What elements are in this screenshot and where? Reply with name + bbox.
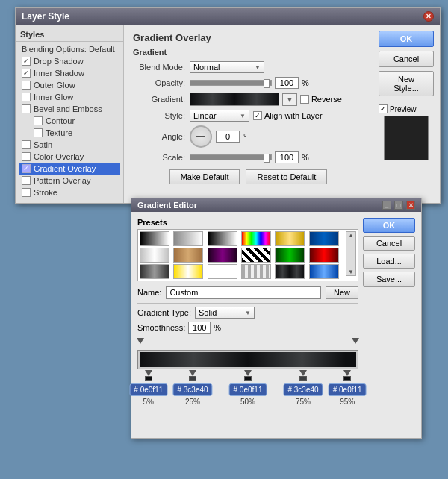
stroke-item[interactable]: Stroke — [19, 187, 120, 198]
outer-glow-item[interactable]: Outer Glow — [19, 79, 120, 91]
gradient-editor-ok-button[interactable]: OK — [363, 218, 415, 233]
style-label: Style: — [133, 111, 185, 120]
satin-checkbox[interactable] — [22, 140, 31, 149]
preset-item[interactable] — [173, 264, 203, 279]
preset-item[interactable] — [173, 248, 203, 263]
scale-slider[interactable] — [190, 154, 272, 160]
color-stop-5pct[interactable] — [145, 370, 152, 381]
opacity-stop-left[interactable] — [137, 338, 144, 344]
texture-checkbox[interactable] — [34, 128, 43, 137]
gradient-bar[interactable] — [140, 352, 356, 367]
cancel-button[interactable]: Cancel — [379, 51, 434, 67]
stroke-checkbox[interactable] — [22, 188, 31, 197]
scale-label: Scale: — [133, 153, 185, 162]
blending-options-item[interactable]: Blending Options: Default — [19, 43, 120, 55]
preset-item[interactable] — [173, 231, 203, 246]
dialog-title: Layer Style — [22, 11, 69, 22]
gradient-editor-cancel-button[interactable]: Cancel — [363, 236, 415, 251]
inner-shadow-label: Inner Shadow — [34, 69, 84, 78]
drop-shadow-checkbox[interactable]: ✓ — [22, 57, 31, 66]
preset-item[interactable] — [275, 231, 305, 246]
stop-pct-25pct: 25% — [172, 398, 212, 406]
preset-item[interactable] — [241, 264, 271, 279]
opacity-slider-container: 100 % — [190, 77, 309, 89]
color-overlay-item[interactable]: Color Overlay — [19, 151, 120, 163]
preset-item[interactable] — [241, 248, 271, 263]
scale-row: Scale: 100 % — [133, 151, 364, 163]
preset-item[interactable] — [241, 231, 271, 246]
opacity-slider[interactable] — [190, 80, 272, 86]
reverse-checkbox[interactable] — [300, 95, 309, 104]
color-stop-75pct[interactable] — [299, 370, 307, 381]
ok-button[interactable]: OK — [379, 31, 434, 47]
new-gradient-button[interactable]: New — [326, 286, 358, 299]
bevel-emboss-checkbox[interactable] — [22, 104, 31, 113]
inner-glow-checkbox[interactable] — [22, 93, 31, 101]
opacity-stop-left-arrow-icon — [137, 338, 144, 344]
preview-checkbox[interactable]: ✓ — [379, 104, 388, 113]
preset-item[interactable] — [208, 264, 237, 279]
blend-mode-value: Normal — [193, 63, 220, 72]
scroll-down-icon[interactable]: ▼ — [348, 269, 354, 275]
make-default-button[interactable]: Make Default — [169, 169, 240, 184]
preset-item[interactable] — [275, 248, 305, 263]
style-controls: Linear ▼ ✓ Align with Layer — [190, 110, 323, 122]
reverse-label: Reverse — [311, 95, 342, 104]
gradient-overlay-label: Gradient Overlay — [34, 164, 96, 173]
preset-item[interactable] — [208, 231, 237, 246]
drop-shadow-item[interactable]: ✓ Drop Shadow — [19, 55, 120, 67]
color-stop-95pct[interactable] — [343, 370, 351, 381]
reset-to-default-button[interactable]: Reset to Default — [246, 169, 327, 184]
minimize-icon[interactable]: _ — [382, 201, 391, 210]
preset-item[interactable] — [140, 231, 169, 246]
maximize-icon[interactable]: □ — [394, 201, 403, 210]
presets-scrollbar[interactable]: ▲ ▼ — [346, 231, 356, 276]
gradient-dropdown-icon[interactable]: ▼ — [282, 93, 297, 106]
preset-item[interactable] — [140, 264, 169, 279]
preset-item[interactable] — [140, 248, 169, 263]
contour-checkbox[interactable] — [34, 116, 43, 125]
close-button[interactable]: ✕ — [423, 11, 434, 22]
gradient-editor-title-icons: _ □ ✕ — [382, 201, 415, 210]
subsection-title: Gradient — [133, 48, 364, 57]
gradient-editor-close-icon[interactable]: ✕ — [406, 201, 415, 210]
preset-item[interactable] — [309, 248, 339, 263]
color-stop-25pct[interactable] — [189, 370, 196, 381]
pattern-overlay-item[interactable]: Pattern Overlay — [19, 175, 120, 187]
satin-item[interactable]: Satin — [19, 139, 120, 151]
pattern-overlay-checkbox[interactable] — [22, 176, 31, 185]
texture-item[interactable]: Texture — [19, 127, 120, 139]
preset-item[interactable] — [275, 264, 305, 279]
blend-mode-select[interactable]: Normal ▼ — [190, 61, 264, 73]
smoothness-input[interactable] — [188, 322, 211, 334]
color-stop-25pct-color — [189, 376, 196, 381]
opacity-stop-right[interactable] — [352, 338, 359, 344]
inner-glow-item[interactable]: Inner Glow — [19, 91, 120, 103]
style-select[interactable]: Linear ▼ — [190, 110, 249, 122]
opacity-value[interactable]: 100 — [275, 77, 299, 89]
color-overlay-checkbox[interactable] — [22, 152, 31, 161]
gradient-editor-save-button[interactable]: Save... — [363, 272, 415, 287]
angle-value[interactable]: 0 — [216, 131, 240, 143]
gradient-overlay-item[interactable]: ✓ Gradient Overlay — [19, 163, 120, 175]
outer-glow-checkbox[interactable] — [22, 81, 31, 90]
preset-item[interactable] — [309, 231, 339, 246]
new-style-button[interactable]: New Style... — [379, 71, 434, 96]
color-stop-50pct[interactable] — [244, 370, 252, 381]
scale-value[interactable]: 100 — [275, 151, 299, 163]
align-with-layer-checkbox[interactable]: ✓ — [253, 111, 262, 120]
name-input[interactable] — [166, 286, 321, 299]
inner-shadow-checkbox[interactable]: ✓ — [22, 69, 31, 78]
scroll-up-icon[interactable]: ▲ — [348, 232, 354, 239]
preview-area: ✓ Preview — [379, 104, 434, 160]
contour-item[interactable]: Contour — [19, 115, 120, 127]
preset-item[interactable] — [208, 248, 237, 263]
gradient-swatch[interactable] — [190, 93, 279, 106]
bevel-emboss-item[interactable]: Bevel and Emboss — [19, 103, 120, 115]
gradient-editor-load-button[interactable]: Load... — [363, 254, 415, 269]
gradient-type-select[interactable]: Solid ▼ — [195, 307, 255, 319]
preset-item[interactable] — [309, 264, 339, 279]
gradient-overlay-checkbox[interactable]: ✓ — [22, 164, 31, 173]
inner-shadow-item[interactable]: ✓ Inner Shadow — [19, 67, 120, 79]
angle-dial[interactable] — [190, 125, 212, 148]
